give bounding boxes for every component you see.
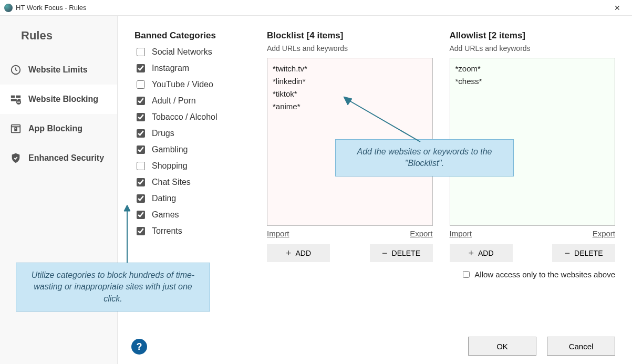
clock-icon (9, 64, 22, 76)
category-item[interactable]: Games (134, 209, 250, 221)
ok-button[interactable]: OK (468, 337, 536, 356)
allowlist-delete-button[interactable]: −DELETE (552, 244, 615, 262)
plus-icon: + (468, 248, 474, 258)
firewall-icon (9, 93, 22, 106)
allow-only-label[interactable]: Allow access only to the websites above (474, 270, 615, 279)
close-icon[interactable]: ✕ (607, 0, 628, 16)
plus-icon: + (286, 248, 292, 258)
allow-only-checkbox[interactable] (463, 271, 470, 278)
blocklist-import-link[interactable]: Import (267, 229, 289, 238)
category-checkbox[interactable] (137, 194, 145, 203)
category-item[interactable]: Dating (134, 193, 250, 204)
list-item[interactable]: *twitch.tv* (273, 63, 427, 75)
callout-blocklist: Add the websites or keywords to the "Blo… (335, 139, 514, 176)
minus-icon: − (565, 248, 571, 258)
category-label: Games (152, 210, 179, 220)
sidebar-item-website-blocking[interactable]: Website Blocking (0, 85, 117, 114)
category-checkbox[interactable] (137, 129, 145, 138)
category-item[interactable]: Chat Sites (134, 176, 250, 188)
sidebar-item-label: Website Limits (28, 65, 88, 75)
category-item[interactable]: Instagram (134, 63, 250, 74)
window-title: HT Work Focus - Rules (16, 4, 87, 12)
category-item[interactable]: Adult / Porn (134, 95, 250, 107)
sidebar-item-enhanced-security[interactable]: Enhanced Security (0, 143, 117, 173)
sidebar: Rules Website Limits Website Blocking Ap… (0, 16, 118, 364)
category-label: YouTube / Video (152, 80, 213, 89)
category-checkbox[interactable] (137, 178, 145, 186)
category-label: Adult / Porn (152, 96, 196, 106)
category-checkbox[interactable] (137, 145, 145, 154)
shield-icon (9, 152, 22, 164)
allowlist-import-link[interactable]: Import (450, 229, 472, 238)
category-label: Drugs (152, 129, 174, 138)
sidebar-item-app-blocking[interactable]: App Blocking (0, 114, 117, 143)
category-item[interactable]: Drugs (134, 128, 250, 139)
svg-rect-8 (14, 129, 17, 131)
sidebar-heading: Rules (21, 29, 117, 43)
minus-icon: − (382, 248, 388, 258)
arrow-icon (341, 95, 426, 144)
sidebar-item-label: Website Blocking (28, 95, 98, 104)
titlebar: HT Work Focus - Rules ✕ (0, 0, 632, 16)
svg-marker-12 (344, 97, 352, 105)
list-item[interactable]: *chess* (455, 75, 610, 88)
blocklist-title: Blocklist [4 items] (267, 30, 433, 41)
category-label: Instagram (152, 64, 189, 73)
category-checkbox[interactable] (137, 97, 145, 105)
svg-marker-10 (124, 205, 130, 211)
arrow-icon (122, 205, 132, 265)
allowlist-title: Allowlist [2 items] (450, 30, 616, 41)
list-item[interactable]: *zoom* (455, 63, 610, 75)
lock-window-icon (9, 122, 22, 135)
category-checkbox[interactable] (137, 162, 145, 170)
sidebar-item-label: App Blocking (28, 124, 82, 133)
allowlist-export-link[interactable]: Export (593, 229, 615, 238)
sidebar-item-website-limits[interactable]: Website Limits (0, 55, 117, 85)
svg-line-11 (348, 100, 420, 142)
help-icon[interactable]: ? (131, 339, 147, 355)
category-item[interactable]: YouTube / Video (134, 79, 250, 90)
category-label: Chat Sites (152, 178, 191, 187)
category-label: Dating (152, 194, 176, 203)
blocklist-add-button[interactable]: +ADD (267, 244, 330, 262)
svg-rect-2 (16, 96, 20, 98)
svg-rect-1 (11, 96, 15, 98)
cancel-button[interactable]: Cancel (547, 337, 615, 356)
category-item[interactable]: Torrents (134, 225, 250, 237)
category-label: Tobacco / Alcohol (152, 112, 217, 122)
categories-title: Banned Categories (134, 30, 250, 41)
category-label: Social Networks (152, 47, 212, 57)
allowlist-subtitle: Add URLs and keywords (450, 44, 616, 53)
allowlist-add-button[interactable]: +ADD (450, 244, 513, 262)
app-icon (4, 4, 13, 12)
category-checkbox[interactable] (137, 64, 145, 72)
blocklist-subtitle: Add URLs and keywords (267, 44, 433, 53)
category-checkbox[interactable] (137, 227, 145, 235)
dialog-footer: OK Cancel (134, 337, 615, 356)
blocklist-delete-button[interactable]: −DELETE (370, 244, 433, 262)
blocklist-export-link[interactable]: Export (410, 229, 432, 238)
svg-rect-6 (17, 102, 20, 103)
callout-categories: Utilize categories to block hundreds of … (16, 263, 210, 311)
list-item[interactable]: *linkedin* (273, 75, 427, 88)
category-item[interactable]: Social Networks (134, 46, 250, 58)
category-checkbox[interactable] (137, 80, 145, 89)
category-item[interactable]: Tobacco / Alcohol (134, 111, 250, 123)
category-label: Shopping (152, 161, 188, 171)
category-item[interactable]: Shopping (134, 160, 250, 172)
sidebar-item-label: Enhanced Security (28, 153, 104, 163)
svg-rect-3 (11, 99, 17, 101)
category-checkbox[interactable] (137, 48, 145, 56)
category-label: Gambling (152, 145, 188, 154)
category-item[interactable]: Gambling (134, 144, 250, 155)
category-checkbox[interactable] (137, 113, 145, 121)
category-label: Torrents (152, 226, 182, 236)
category-checkbox[interactable] (137, 211, 145, 219)
